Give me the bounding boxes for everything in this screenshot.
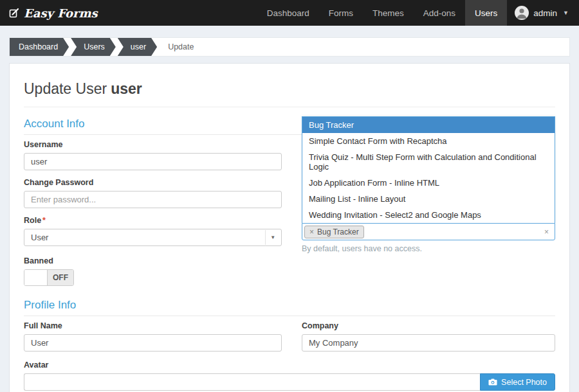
breadcrumb: Dashboard Users user Update xyxy=(9,37,570,57)
forms-dropdown: Bug Tracker Simple Contact Form with Rec… xyxy=(302,116,555,223)
tag-label: Bug Tracker xyxy=(317,227,359,236)
toggle-state-label: OFF xyxy=(48,270,73,285)
full-name-field[interactable] xyxy=(24,334,282,352)
avatar-input-group: Select Photo xyxy=(24,373,555,391)
top-navbar: Easy Forms Dashboard Forms Themes Add-on… xyxy=(0,0,579,26)
nav-item-users[interactable]: Users xyxy=(465,0,507,26)
forms-access-widget: Bug Tracker Simple Contact Form with Rec… xyxy=(302,223,555,253)
avatar-field[interactable] xyxy=(24,373,480,391)
dropdown-option[interactable]: Job Application Form - Inline HTML xyxy=(302,175,555,191)
pencil-form-icon xyxy=(9,8,19,18)
username-label: Username xyxy=(24,140,282,149)
banned-label: Banned xyxy=(24,256,282,265)
role-group: Role* User ▼ xyxy=(24,216,282,246)
brand-text: Easy Forms xyxy=(24,6,98,20)
full-name-label: Full Name xyxy=(24,321,282,330)
role-label-text: Role xyxy=(24,216,41,225)
user-menu[interactable]: admin ▼ xyxy=(507,0,579,26)
profile-form-row: Full Name Company xyxy=(24,321,555,352)
dropdown-option[interactable]: Mailing List - Inline Layout xyxy=(302,191,555,207)
page-title: Update Useruser xyxy=(24,80,555,107)
page-title-prefix: Update User xyxy=(24,80,107,97)
dropdown-option[interactable]: Trivia Quiz - Multi Step Form with Calcu… xyxy=(302,149,555,175)
avatar-label: Avatar xyxy=(24,361,555,370)
avatar-group: Avatar Select Photo xyxy=(24,361,555,391)
nav-item-themes[interactable]: Themes xyxy=(363,0,414,26)
dropdown-option[interactable]: Wedding Invitation - Select2 and Google … xyxy=(302,207,555,223)
brand-logo[interactable]: Easy Forms xyxy=(9,0,98,26)
main-content-card: Update Useruser Account Info Username Ch… xyxy=(9,63,570,392)
page-title-username: user xyxy=(111,80,142,97)
forms-multiselect-field[interactable]: × Bug Tracker × xyxy=(302,223,555,240)
user-name: admin xyxy=(533,8,557,18)
selected-tag: × Bug Tracker xyxy=(304,226,364,238)
company-label: Company xyxy=(302,321,555,330)
chevron-down-icon: ▼ xyxy=(265,230,280,245)
select-photo-label: Select Photo xyxy=(501,378,547,387)
role-label: Role* xyxy=(24,216,282,225)
nav-links: Dashboard Forms Themes Add-ons Users xyxy=(257,0,508,26)
select-photo-button[interactable]: Select Photo xyxy=(480,373,555,391)
role-selected-value: User xyxy=(31,233,48,242)
nav-item-dashboard[interactable]: Dashboard xyxy=(257,0,319,26)
dropdown-option[interactable]: Simple Contact Form with Recaptcha xyxy=(302,133,555,149)
role-select[interactable]: User ▼ xyxy=(24,229,282,246)
nav-item-addons[interactable]: Add-ons xyxy=(414,0,465,26)
clear-field-icon[interactable]: × xyxy=(544,228,549,236)
banned-toggle[interactable]: OFF xyxy=(24,269,74,286)
profile-section: Profile Info Full Name Company Avatar xyxy=(24,299,555,391)
avatar-icon xyxy=(515,6,529,20)
tag-remove-icon[interactable]: × xyxy=(309,228,314,236)
profile-info-heading: Profile Info xyxy=(24,299,555,312)
username-group: Username xyxy=(24,140,282,170)
required-asterisk: * xyxy=(42,216,46,225)
password-group: Change Password xyxy=(24,178,282,208)
dropdown-option[interactable]: Bug Tracker xyxy=(302,117,555,133)
breadcrumb-users[interactable]: Users xyxy=(71,38,116,56)
camera-icon xyxy=(488,379,497,386)
breadcrumb-user[interactable]: user xyxy=(118,38,157,56)
breadcrumb-dashboard[interactable]: Dashboard xyxy=(10,38,69,56)
nav-item-forms[interactable]: Forms xyxy=(319,0,363,26)
account-left-column: Username Change Password Role* User ▼ Ba… xyxy=(24,140,282,288)
section-divider xyxy=(24,316,555,316)
chevron-down-icon: ▼ xyxy=(563,10,569,16)
banned-group: Banned OFF xyxy=(24,256,282,288)
company-group: Company xyxy=(302,321,555,352)
username-field[interactable] xyxy=(24,153,282,170)
account-form-row: Username Change Password Role* User ▼ Ba… xyxy=(24,140,555,288)
company-field[interactable] xyxy=(302,334,555,352)
full-name-group: Full Name xyxy=(24,321,282,352)
password-field[interactable] xyxy=(24,191,282,208)
password-label: Change Password xyxy=(24,178,282,187)
breadcrumb-update: Update xyxy=(159,38,200,56)
toggle-handle xyxy=(24,270,48,285)
forms-access-help: By default, users have no access. xyxy=(302,244,555,253)
